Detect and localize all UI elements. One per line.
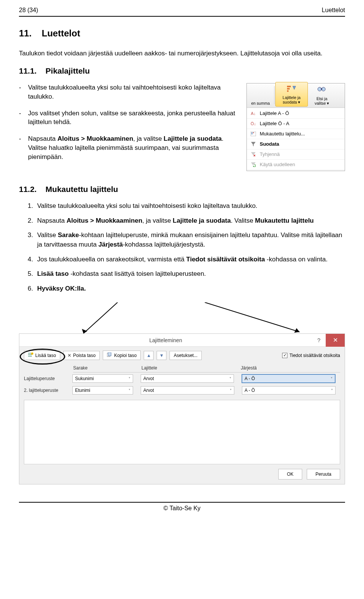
menu-item-sort-za[interactable]: Ö↓ Lajittele Ö - A xyxy=(247,119,345,129)
heading-number: 11.2. xyxy=(19,185,37,193)
page-number: 28 (34) xyxy=(19,7,38,14)
up-arrow-icon: ▲ xyxy=(146,353,151,358)
chevron-down-icon: ˅ xyxy=(331,388,333,393)
chevron-down-icon: ˅ xyxy=(331,377,333,381)
ok-button[interactable]: OK xyxy=(278,469,302,480)
svg-rect-16 xyxy=(28,356,32,357)
sorton-combo[interactable]: Arvot˅ xyxy=(141,386,234,395)
dialog-title: Lajitteleminen xyxy=(19,337,312,343)
list-item: Valitse taulukkoalueelta yksi solu tai v… xyxy=(35,201,345,211)
chevron-down-icon: ˅ xyxy=(230,388,232,393)
close-button[interactable]: ✕ xyxy=(326,334,345,347)
sort-za-icon: Ö↓ xyxy=(250,120,257,127)
headers-checkbox[interactable]: ✓ Tiedot sisältävät otsikoita xyxy=(282,353,340,358)
sorton-combo[interactable]: Arvot˅ xyxy=(141,374,234,383)
svg-rect-2 xyxy=(287,90,289,92)
menu-item-filter[interactable]: Suodata xyxy=(247,139,345,149)
svg-rect-8 xyxy=(253,132,254,133)
menu-item-clear[interactable]: Tyhjennä xyxy=(247,149,345,160)
column-combo[interactable]: Sukunimi˅ xyxy=(72,374,133,383)
clear-icon xyxy=(250,151,257,158)
list-item: Lisää taso -kohdasta saat lisättyä toise… xyxy=(35,269,345,279)
sort-dialog: Lajitteleminen ? ✕ + Lisää taso ✕ Poista… xyxy=(19,333,345,484)
reapply-icon xyxy=(250,161,257,168)
header-rule xyxy=(19,16,345,17)
svg-rect-5 xyxy=(321,88,322,90)
column-combo[interactable]: Etunimi˅ xyxy=(72,386,133,395)
list-item: Hyväksy OK:lla. xyxy=(35,284,345,294)
cancel-button[interactable]: Peruuta xyxy=(307,469,340,480)
svg-rect-0 xyxy=(287,86,291,87)
sort-row: Lajitteluperuste Sukunimi˅ Arvot˅ A - Ö˅ xyxy=(24,373,340,385)
dash-list: Valitse taulukkoalueelta yksi solu tai v… xyxy=(19,83,240,162)
arrow-icon xyxy=(80,302,125,336)
sort-filter-icon xyxy=(286,84,297,94)
page-footer: © Taito-Se Ky xyxy=(19,502,345,512)
add-level-button[interactable]: + Lisää taso xyxy=(24,351,60,360)
list-item: Jos taulukkoalueella on sarakeotsikot, v… xyxy=(35,255,345,264)
autosum-label: en summa xyxy=(251,101,270,106)
svg-rect-15 xyxy=(28,354,32,355)
sort-row: 2. lajitteluperuste Etunimi˅ Arvot˅ A - … xyxy=(24,385,340,396)
list-item: Valitse Sarake-kohtaan lajitteluperuste,… xyxy=(35,231,345,249)
menu-item-sort-az[interactable]: A↓ Lajittele A - Ö xyxy=(247,108,345,119)
heading-number: 11. xyxy=(19,28,31,38)
heading-text: Mukautettu lajittelu xyxy=(46,185,118,193)
heading-2-pikalajittelu: 11.1. Pikalajittelu xyxy=(19,66,345,75)
column-headers: Sarake Lajittele Järjestä xyxy=(19,364,345,373)
custom-sort-icon xyxy=(250,130,257,137)
add-level-icon: + xyxy=(28,352,33,358)
ribbon-screenshot: en summa Lajittele ja suodata ▾ Etsi ja … xyxy=(246,83,345,171)
chevron-down-icon: ˅ xyxy=(129,377,130,381)
sort-az-icon: A↓ xyxy=(250,110,257,117)
sort-menu: A↓ Lajittele A - Ö Ö↓ Lajittele Ö - A Mu… xyxy=(247,108,345,171)
heading-number: 11.1. xyxy=(19,66,37,75)
down-arrow-icon: ▼ xyxy=(159,353,164,358)
find-select-icon xyxy=(317,85,327,96)
move-up-button[interactable]: ▲ xyxy=(144,351,154,360)
list-item: Valitse taulukkoalueelta yksi solu tai v… xyxy=(28,83,240,101)
intro-paragraph: Taulukon tiedot voidaan järjestää uudell… xyxy=(19,49,345,58)
arrow-icon xyxy=(201,302,307,336)
copy-level-button[interactable]: Kopioi taso xyxy=(103,351,141,360)
svg-line-10 xyxy=(83,302,118,333)
list-item: Napsauta Aloitus > Muokkaaminen, ja vali… xyxy=(28,134,240,161)
dialog-titlebar: Lajitteleminen ? ✕ xyxy=(19,334,345,347)
chevron-down-icon: ˅ xyxy=(129,388,130,393)
checkbox-icon: ✓ xyxy=(282,353,287,358)
order-combo[interactable]: A - Ö˅ xyxy=(242,374,336,383)
svg-rect-9 xyxy=(251,134,253,134)
filter-icon xyxy=(250,141,257,148)
svg-rect-1 xyxy=(287,88,290,90)
options-button[interactable]: Asetukset... xyxy=(169,351,202,360)
heading-1: 11. Luettelot xyxy=(19,28,345,39)
delete-level-button[interactable]: ✕ Poista taso xyxy=(63,351,100,360)
help-button[interactable]: ? xyxy=(312,337,326,343)
menu-item-custom-sort[interactable]: Mukautettu lajittelu... xyxy=(247,129,345,139)
heading-text: Luettelot xyxy=(42,28,80,38)
list-item: Napsauta Aloitus > Muokkaaminen, ja vali… xyxy=(35,216,345,226)
svg-text:+: + xyxy=(32,352,33,355)
chevron-down-icon: ˅ xyxy=(229,377,231,381)
heading-2-mukautettu: 11.2. Mukautettu lajittelu xyxy=(19,185,345,194)
list-item: Jos valitset yhden solun, valitse se sar… xyxy=(28,109,240,127)
page-header: 28 (34) Luettelot xyxy=(19,7,345,14)
dialog-body-empty xyxy=(24,400,340,464)
move-down-button[interactable]: ▼ xyxy=(157,351,166,360)
svg-line-12 xyxy=(205,302,300,332)
svg-rect-20 xyxy=(108,352,111,356)
heading-text: Pikalajittelu xyxy=(46,66,90,75)
callout-arrows xyxy=(19,302,345,336)
order-combo[interactable]: A - Ö˅ xyxy=(242,386,336,395)
numbered-list: Valitse taulukkoalueelta yksi solu tai v… xyxy=(19,201,345,293)
delete-level-icon: ✕ xyxy=(67,353,71,358)
menu-item-reapply[interactable]: Käytä uudelleen xyxy=(247,160,345,170)
page-section: Luettelot xyxy=(322,7,345,14)
copy-level-icon xyxy=(107,352,112,358)
svg-rect-7 xyxy=(251,132,253,133)
